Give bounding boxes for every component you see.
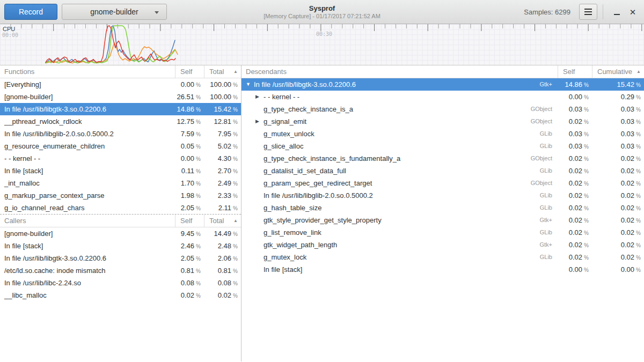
expander-icon[interactable]: ▶ <box>255 91 264 103</box>
cumulative-percent: 0.02% <box>592 214 644 226</box>
library-tag: GLib <box>540 202 558 214</box>
self-percent: 0.00% <box>558 263 592 276</box>
total-percent: 100.00% <box>204 78 241 91</box>
cpu-timeline-graph[interactable]: CPU 00:00 00:30 <box>0 24 644 65</box>
library-tag: GObject <box>531 115 558 128</box>
function-name: g_type_check_instance_is_a <box>264 103 353 115</box>
table-row[interactable]: g_type_check_instance_is_a GObject 0.03%… <box>241 103 644 115</box>
descendants-self-column-header[interactable]: Self <box>558 65 592 78</box>
table-row[interactable]: g_type_check_instance_is_fundamentally_a… <box>241 152 644 165</box>
table-row[interactable]: ▼ In file /usr/lib/libgtk-3.so.0.2200.6 … <box>241 78 644 91</box>
cumulative-percent: 0.02% <box>592 251 644 263</box>
self-percent: 0.02% <box>558 239 592 251</box>
total-percent: 7.95% <box>204 128 241 140</box>
total-percent: 14.49% <box>204 227 241 240</box>
table-row[interactable]: In file /usr/lib/libc-2.24.so 0.08% 0.08… <box>0 277 241 289</box>
window-title: Sysprof <box>309 4 335 12</box>
table-row[interactable]: gtk_widget_path_length Gtk+ 0.02% 0.02% <box>241 239 644 251</box>
function-name: g_type_check_instance_is_fundamentally_a <box>264 152 400 165</box>
self-percent: 0.03% <box>558 103 592 115</box>
process-selector-dropdown[interactable]: gnome-builder <box>62 4 167 20</box>
function-name: g_mutex_unlock <box>264 128 314 140</box>
table-row[interactable]: g_slice_alloc GLib 0.03% 0.03% <box>241 140 644 152</box>
self-percent: 0.08% <box>175 277 204 289</box>
table-row[interactable]: g_param_spec_get_redirect_target GObject… <box>241 177 644 189</box>
close-icon: ✕ <box>630 8 636 16</box>
descendants-cumulative-column-header[interactable]: Cumulative ▲ <box>592 65 644 78</box>
library-tag: GLib <box>540 140 558 152</box>
table-row[interactable]: [Everything] 0.00% 100.00% <box>0 78 241 91</box>
self-percent: 0.02% <box>558 202 592 214</box>
table-row[interactable]: _int_malloc 1.70% 2.49% <box>0 177 241 189</box>
cumulative-percent: 0.29% <box>592 91 644 103</box>
cumulative-percent: 0.02% <box>592 152 644 165</box>
functions-table: [Everything] 0.00% 100.00% [gnome-builde… <box>0 78 241 215</box>
table-row[interactable]: g_io_channel_read_chars 2.05% 2.11% <box>0 202 241 214</box>
table-row[interactable]: __libc_malloc 0.02% 0.02% <box>0 289 241 301</box>
self-percent: 0.02% <box>175 289 204 301</box>
function-name: [gnome-builder] <box>0 91 175 103</box>
table-row[interactable]: ▶ g_signal_emit GObject 0.02% 0.03% <box>241 115 644 128</box>
close-button[interactable]: ✕ <box>625 4 641 20</box>
self-percent: 1.98% <box>175 189 204 202</box>
table-row[interactable]: g_hash_table_size GLib 0.02% 0.02% <box>241 202 644 214</box>
total-percent: 2.06% <box>204 252 241 264</box>
samples-count: Samples: 6299 <box>524 8 570 16</box>
functions-column-header[interactable]: Functions <box>0 65 175 78</box>
header-separator <box>603 4 603 19</box>
library-tag: Gtk+ <box>539 78 558 91</box>
function-name: - - kernel - - <box>0 152 175 165</box>
table-row[interactable]: In file /usr/lib/libglib-2.0.so.0.5000.2… <box>241 189 644 202</box>
library-tag: GLib <box>540 226 558 239</box>
table-row[interactable]: ▶ - - kernel - - 0.00% 0.29% <box>241 91 644 103</box>
table-row[interactable]: gtk_style_provider_get_style_property Gt… <box>241 214 644 226</box>
table-row[interactable]: g_resource_enumerate_children 0.05% 5.02… <box>0 140 241 152</box>
table-row[interactable]: g_markup_parse_context_parse 1.98% 2.33% <box>0 189 241 202</box>
table-row[interactable]: In file /usr/lib/libgtk-3.so.0.2200.6 14… <box>0 103 241 115</box>
cpu-graph-canvas <box>0 24 644 65</box>
menu-button[interactable] <box>579 4 597 20</box>
expander-icon[interactable]: ▶ <box>255 115 264 128</box>
table-row[interactable]: g_mutex_lock GLib 0.02% 0.02% <box>241 251 644 263</box>
expander-icon[interactable]: ▼ <box>246 78 254 91</box>
callers-total-column-header[interactable]: Total ▲ <box>204 215 241 227</box>
table-row[interactable]: - - kernel - - 0.00% 4.30% <box>0 152 241 165</box>
table-row[interactable]: In file /usr/lib/libgtk-3.so.0.2200.6 2.… <box>0 252 241 264</box>
function-name: In file /usr/lib/libgtk-3.so.0.2200.6 <box>0 252 175 264</box>
library-tag: GObject <box>531 177 558 189</box>
functions-self-column-header[interactable]: Self <box>175 65 204 78</box>
table-row[interactable]: g_list_remove_link GLib 0.02% 0.02% <box>241 226 644 239</box>
table-row[interactable]: [gnome-builder] 9.45% 14.49% <box>0 227 241 240</box>
table-row[interactable]: In file [stack] 0.00% 0.00% <box>241 263 644 276</box>
record-button[interactable]: Record <box>4 4 57 20</box>
self-percent: 0.00% <box>175 152 204 165</box>
callers-self-column-header[interactable]: Self <box>175 215 204 227</box>
total-percent: 2.49% <box>204 177 241 189</box>
table-row[interactable]: g_datalist_id_set_data_full GLib 0.02% 0… <box>241 165 644 177</box>
table-row[interactable]: In file [stack] 0.11% 2.70% <box>0 165 241 177</box>
function-name: g_io_channel_read_chars <box>0 202 175 214</box>
functions-total-column-header[interactable]: Total ▲ <box>204 65 241 78</box>
function-name: g_list_remove_link <box>264 226 321 239</box>
self-percent: 1.70% <box>175 177 204 189</box>
chevron-down-icon <box>155 11 159 14</box>
table-row[interactable]: g_mutex_unlock GLib 0.03% 0.03% <box>241 128 644 140</box>
callers-column-header[interactable]: Callers <box>0 215 175 227</box>
table-row[interactable]: /etc/ld.so.cache: inode mismatch 0.81% 0… <box>0 264 241 277</box>
self-percent: 0.02% <box>558 115 592 128</box>
total-percent: 100.00% <box>204 91 241 103</box>
minimize-icon <box>614 14 620 15</box>
table-row[interactable]: __pthread_rwlock_rdlock 12.75% 12.81% <box>0 115 241 128</box>
function-name: In file /usr/lib/libgtk-3.so.0.2200.6 <box>0 103 175 115</box>
self-percent: 26.51% <box>175 91 204 103</box>
minimize-button[interactable] <box>609 4 625 20</box>
table-row[interactable]: [gnome-builder] 26.51% 100.00% <box>0 91 241 103</box>
function-name: In file [stack] <box>264 263 302 276</box>
table-row[interactable]: In file /usr/lib/libglib-2.0.so.0.5000.2… <box>0 128 241 140</box>
self-percent: 0.02% <box>558 251 592 263</box>
left-pane: Functions Self Total ▲ [Everything] 0.00… <box>0 65 241 361</box>
descendants-column-header[interactable]: Descendants <box>241 65 558 78</box>
table-row[interactable]: In file [stack] 2.46% 2.48% <box>0 240 241 252</box>
total-percent: 5.02% <box>204 140 241 152</box>
cumulative-percent: 15.42% <box>592 78 644 91</box>
